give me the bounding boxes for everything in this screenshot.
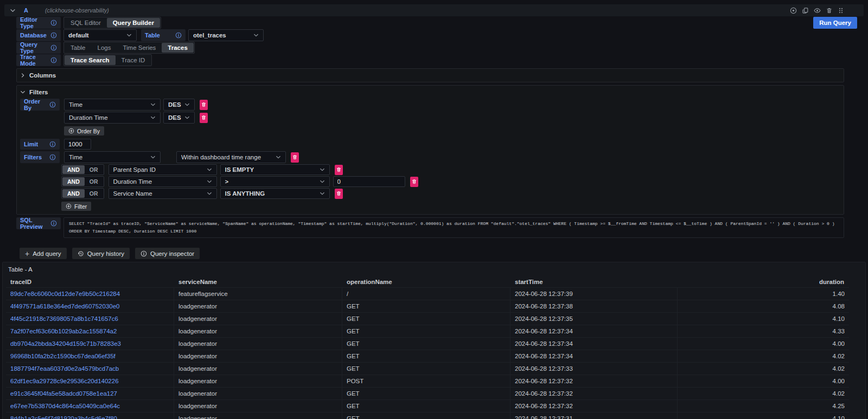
order-by-direction-select[interactable]: DESC	[163, 112, 195, 124]
trace-mode-group: Trace Search Trace ID	[63, 54, 152, 66]
trace-mode-label: Trace Mode	[16, 54, 61, 66]
hide-query-eye-icon[interactable]	[814, 7, 821, 14]
add-order-by-button[interactable]: Order By	[64, 126, 104, 136]
limit-input[interactable]	[64, 139, 91, 150]
query-inspector-button[interactable]: Query inspector	[135, 248, 200, 259]
conjunction-and[interactable]: AND	[62, 177, 85, 186]
filter-operator-select[interactable]: Within dashboard time range	[176, 151, 286, 163]
remove-filter-button[interactable]	[335, 189, 343, 199]
trace-mode-option-trace-search[interactable]: Trace Search	[65, 55, 116, 65]
column-header-duration[interactable]: duration	[678, 276, 849, 287]
column-header-service-name[interactable]: serviceName	[174, 276, 342, 287]
remove-filter-button[interactable]	[335, 165, 343, 175]
collapse-chevron-down-icon[interactable]	[10, 8, 16, 14]
columns-section-header[interactable]: Columns	[20, 70, 840, 80]
query-ref-id[interactable]: A	[24, 7, 28, 14]
filter-field-select[interactable]: Duration Time	[108, 176, 217, 187]
trace-id-link[interactable]: db9704a2bbda34204d159c71b78283e3	[6, 338, 174, 350]
info-icon[interactable]	[50, 32, 57, 38]
trace-id-link[interactable]: 62df1ec9a29728c9e29536c20d140226	[6, 375, 174, 387]
filter-field-select[interactable]: Service Name	[108, 188, 217, 199]
query-type-option-table[interactable]: Table	[65, 43, 92, 53]
filter-operator-select[interactable]: IS ANYTHING	[220, 188, 330, 199]
info-icon[interactable]	[50, 57, 57, 63]
trace-mode-option-trace-id[interactable]: Trace ID	[116, 55, 151, 65]
trace-id-link[interactable]: 4f45c21918c73698057a8b1c741657c6	[6, 313, 174, 325]
table-select[interactable]: otel_traces	[188, 29, 264, 41]
order-by-field-select[interactable]: Duration Time	[64, 112, 161, 124]
table-row: db9704a2bbda34204d159c71b78283e3 loadgen…	[6, 338, 849, 350]
panel-title[interactable]: Table - A	[3, 262, 865, 276]
info-icon[interactable]	[49, 154, 56, 160]
duplicate-query-icon[interactable]	[802, 7, 809, 14]
conjunction-or[interactable]: OR	[85, 177, 103, 186]
column-header-trace-id[interactable]: traceID	[6, 276, 174, 287]
trace-id-link[interactable]: 89dc7e8c6060c0d12de7e9b50c216284	[6, 288, 174, 300]
remove-order-by-button[interactable]	[200, 100, 208, 110]
circle-dot-icon[interactable]	[790, 7, 797, 14]
info-icon[interactable]	[50, 44, 57, 51]
query-type-option-logs[interactable]: Logs	[92, 43, 117, 53]
operation-name-cell: GET	[342, 412, 510, 419]
service-name-cell: loadgenerator	[174, 400, 342, 412]
trace-id-link[interactable]: 7a2f07ecf63c60b1029ab2ac155874a2	[6, 325, 174, 337]
sql-preview-label-text: SQL Preview	[20, 217, 50, 230]
filter-operator-select[interactable]: >	[220, 176, 330, 187]
table-body: 89dc7e8c6060c0d12de7e9b50c216284 feature…	[6, 288, 849, 419]
filter-row-service-name: AND OR Service Name IS ANYTHING	[20, 188, 840, 199]
trace-id-link[interactable]: e67ee7b53870d4c864ca50409ca0e64c	[6, 400, 174, 412]
query-type-label: Query Type	[16, 42, 61, 54]
info-icon[interactable]	[50, 20, 57, 26]
info-icon[interactable]	[49, 141, 56, 147]
remove-query-trash-icon[interactable]	[826, 7, 833, 14]
info-icon[interactable]	[49, 101, 56, 108]
query-type-option-time-series[interactable]: Time Series	[117, 43, 162, 53]
conjunction-or[interactable]: OR	[85, 189, 103, 198]
add-query-button[interactable]: + Add query	[20, 248, 67, 259]
filter-operator-select[interactable]: IS EMPTY	[220, 164, 330, 175]
query-type-group: Table Logs Time Series Traces	[63, 42, 195, 54]
trace-id-link[interactable]: 96968b10fa2b2c1590bc67dea06ef35f	[6, 350, 174, 362]
service-name-cell: loadgenerator	[174, 412, 342, 419]
editor-type-option-query-builder[interactable]: Query Builder	[107, 18, 160, 28]
remove-filter-button[interactable]	[291, 152, 299, 163]
column-header-operation-name[interactable]: operationName	[342, 276, 510, 287]
chevron-down-icon	[253, 33, 259, 38]
remove-order-by-button[interactable]	[200, 113, 208, 123]
filters-section-header[interactable]: Filters	[20, 87, 840, 96]
duration-cell: 4.02	[678, 350, 849, 362]
filters-label-text: Filters	[24, 154, 42, 160]
order-by-field-value: Time	[69, 101, 82, 108]
query-history-button[interactable]: Query history	[72, 248, 130, 259]
order-by-field-select[interactable]: Time	[64, 99, 161, 111]
filter-field-select[interactable]: Time	[64, 151, 161, 163]
chevron-down-icon	[150, 102, 156, 107]
trace-id-link[interactable]: 8d4b1a2c5e6f7d81920a3b4c5d6e7f80	[6, 412, 174, 419]
trace-id-link[interactable]: e91c3645f04fa5e58adcd0758e1ea127	[6, 388, 174, 399]
filter-field-select[interactable]: Parent Span ID	[108, 164, 217, 175]
trace-id-link[interactable]: 4f497571a618e364ed7ded60752030e0	[6, 300, 174, 312]
start-time-cell: 2024-06-28 12:37:31	[510, 412, 678, 419]
database-label: Database	[16, 29, 61, 41]
column-header-start-time[interactable]: startTime	[510, 276, 678, 287]
service-name-cell: featureflagservice	[174, 288, 342, 300]
query-type-row: Query Type Table Logs Time Series Traces	[16, 42, 844, 54]
info-icon[interactable]	[175, 32, 182, 38]
add-filter-button[interactable]: Filter	[61, 202, 91, 211]
remove-filter-button[interactable]	[410, 177, 418, 187]
order-by-direction-select[interactable]: DESC	[163, 99, 195, 111]
drag-handle-icon[interactable]	[838, 7, 844, 14]
order-by-label-text: Order By	[24, 98, 49, 111]
query-type-option-traces[interactable]: Traces	[162, 43, 193, 53]
conjunction-or[interactable]: OR	[85, 165, 103, 174]
chevron-down-icon	[150, 115, 156, 120]
info-icon[interactable]	[50, 220, 57, 227]
chevron-down-icon	[207, 167, 212, 172]
database-select[interactable]: default	[63, 29, 137, 41]
trace-id-link[interactable]: 1887794f7eaa6037d0e2a4579bcd7acb	[6, 363, 174, 375]
editor-type-option-sql-editor[interactable]: SQL Editor	[65, 18, 107, 28]
conjunction-and[interactable]: AND	[62, 165, 85, 174]
chevron-down-icon	[276, 154, 281, 160]
conjunction-and[interactable]: AND	[62, 189, 85, 198]
filter-value-input[interactable]	[333, 176, 405, 187]
